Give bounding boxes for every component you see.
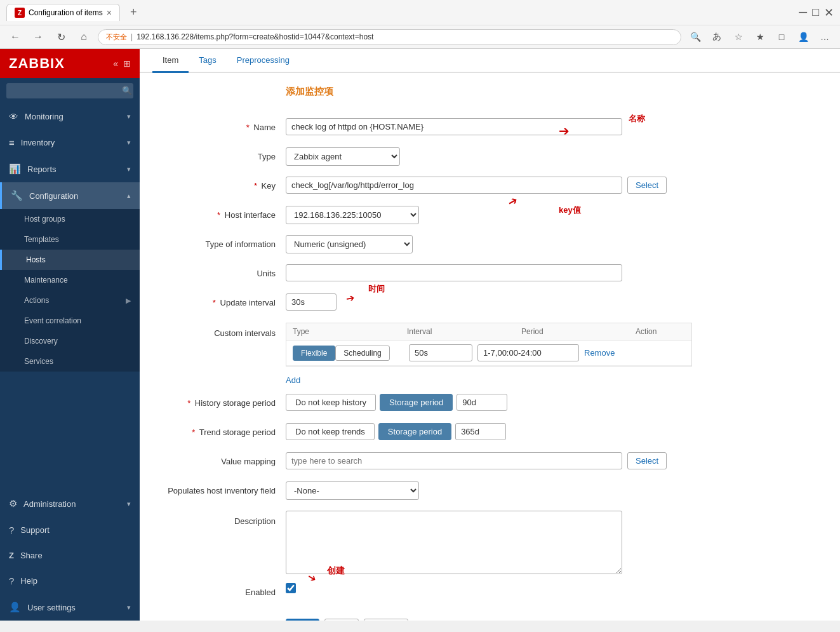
add-interval-button[interactable]: Add <box>286 375 300 385</box>
description-textarea[interactable] <box>286 511 622 574</box>
sidebar-item-actions[interactable]: Actions ▶ <box>0 290 140 311</box>
address-separator: | <box>131 32 133 41</box>
tab-tags[interactable]: Tags <box>189 49 226 73</box>
settings-menu-button[interactable]: … <box>816 28 834 46</box>
sidebar-item-reports[interactable]: 📊 Reports ▾ <box>0 156 140 182</box>
interval-value-input[interactable] <box>409 344 472 361</box>
trend-storage-controls: Do not keep trends Storage period <box>286 423 506 440</box>
refresh-button[interactable]: ↻ <box>52 28 70 46</box>
scheduling-button[interactable]: Scheduling <box>335 346 389 361</box>
test-button[interactable]: Test <box>324 619 359 621</box>
expand-icon[interactable]: ⊞ <box>123 58 131 69</box>
collapse-icon[interactable]: « <box>113 58 118 69</box>
minimize-button[interactable]: ─ <box>799 6 807 19</box>
tab-item[interactable]: Item <box>152 49 189 73</box>
value-mapping-select-button[interactable]: Select <box>627 452 667 469</box>
tab-preprocessing[interactable]: Preprocessing <box>227 49 300 73</box>
sidebar-search-input[interactable] <box>6 83 133 98</box>
arrow-right-icon: ▶ <box>126 297 131 305</box>
address-bar[interactable]: 不安全 | 192.168.136.228/items.php?form=cre… <box>98 29 681 45</box>
search-browser-button[interactable]: 🔍 <box>686 28 704 46</box>
intervals-header: Type Interval Period Action <box>286 323 691 340</box>
cancel-button[interactable]: Cancel <box>364 619 408 621</box>
units-field <box>286 264 821 281</box>
sidebar-item-inventory[interactable]: ≡ Inventory ▾ <box>0 130 140 156</box>
flexible-button[interactable]: Flexible <box>293 346 335 361</box>
browser-tab[interactable]: Z Configuration of items × <box>6 4 120 21</box>
sidebar-item-label: Help <box>20 576 37 586</box>
sidebar-item-host-groups[interactable]: Host groups <box>0 209 140 229</box>
populates-select[interactable]: -None- <box>286 481 419 500</box>
main-content: Item Tags Preprocessing 添加监控项 * Name <box>140 49 840 621</box>
history-storage-controls: Do not keep history Storage period <box>286 394 507 411</box>
sidebar-item-administration[interactable]: ⚙ Administration ▾ <box>0 490 140 517</box>
sidebar-item-hosts[interactable]: Hosts <box>0 250 140 270</box>
sidebar-item-services[interactable]: Services <box>0 351 140 372</box>
history-value-input[interactable] <box>457 394 507 411</box>
sidebar-item-templates[interactable]: Templates <box>0 229 140 250</box>
type-select[interactable]: Zabbix agent <box>286 147 400 166</box>
configuration-icon: 🔧 <box>11 190 23 201</box>
sidebar-item-label: User settings <box>27 603 76 612</box>
required-star: * <box>217 210 220 220</box>
type-of-info-field: Numeric (unsigned) <box>286 235 821 253</box>
new-tab-button[interactable]: + <box>125 6 142 19</box>
sidebar-item-share[interactable]: Z Share <box>0 543 140 568</box>
trend-value-input[interactable] <box>455 423 506 440</box>
value-mapping-input[interactable] <box>286 452 622 469</box>
enabled-checkbox[interactable] <box>286 583 296 593</box>
section-title-field: 添加监控项 <box>286 86 821 109</box>
sidebar-item-configuration[interactable]: 🔧 Configuration ▴ <box>0 182 140 209</box>
sidebar-item-help[interactable]: ? Help <box>0 568 140 594</box>
forward-button[interactable]: → <box>29 28 47 46</box>
sidebar-item-user-settings[interactable]: 👤 User settings ▾ <box>0 594 140 621</box>
trend-storage-period-button[interactable]: Storage period <box>378 423 451 440</box>
type-of-info-select[interactable]: Numeric (unsigned) <box>286 235 413 253</box>
profile-button[interactable]: 👤 <box>794 28 812 46</box>
administration-icon: ⚙ <box>9 498 17 509</box>
history-storage-field: Do not keep history Storage period <box>286 394 821 411</box>
value-mapping-label: Value mapping <box>159 452 286 467</box>
key-row: * Key Select ➔ key值 <box>159 177 821 197</box>
remove-interval-button[interactable]: Remove <box>584 348 615 358</box>
maximize-button[interactable]: □ <box>812 6 819 19</box>
inventory-icon: ≡ <box>9 137 15 148</box>
back-button[interactable]: ← <box>6 28 24 46</box>
close-window-button[interactable]: ✕ <box>824 6 834 20</box>
tab-favicon: Z <box>15 8 25 18</box>
collections-button[interactable]: □ <box>773 28 790 46</box>
add-button[interactable]: Add <box>286 619 319 621</box>
sidebar-item-maintenance[interactable]: Maintenance <box>0 270 140 290</box>
custom-intervals-table: Type Interval Period Action Flexible Sch… <box>286 323 692 366</box>
sidebar-submenu-label: Maintenance <box>24 276 68 285</box>
sidebar-item-event-correlation[interactable]: Event correlation <box>0 311 140 331</box>
trend-storage-field: Do not keep trends Storage period <box>286 423 821 440</box>
tab-close-button[interactable]: × <box>107 8 112 17</box>
populates-row: Populates host inventory field -None- <box>159 481 821 502</box>
sidebar-item-label: Monitoring <box>25 112 63 121</box>
key-select-button[interactable]: Select <box>627 177 667 194</box>
share-icon: Z <box>9 551 14 560</box>
favorites-button[interactable]: ☆ <box>730 28 747 46</box>
name-input[interactable] <box>286 118 622 135</box>
history-no-keep-button[interactable]: Do not keep history <box>286 394 376 411</box>
home-button[interactable]: ⌂ <box>75 28 93 46</box>
host-interface-select[interactable]: 192.168.136.225:10050 <box>286 206 419 224</box>
type-of-info-row: Type of information Numeric (unsigned) <box>159 235 821 255</box>
update-interval-input[interactable] <box>286 293 337 311</box>
units-input[interactable] <box>286 264 622 281</box>
key-label: * Key <box>159 177 286 192</box>
sidebar-item-monitoring[interactable]: 👁 Monitoring ▾ <box>0 104 140 130</box>
bookmark-button[interactable]: ★ <box>751 28 769 46</box>
sidebar-logo: ZABBIX « ⊞ <box>0 49 140 78</box>
history-storage-period-button[interactable]: Storage period <box>380 394 453 411</box>
trend-no-keep-button[interactable]: Do not keep trends <box>286 423 375 440</box>
sidebar-submenu-label: Discovery <box>24 337 58 346</box>
period-value-input[interactable] <box>477 344 579 361</box>
page-tabs: Item Tags Preprocessing <box>140 49 840 73</box>
sidebar-item-support[interactable]: ? Support <box>0 517 140 543</box>
key-input[interactable] <box>286 177 622 194</box>
sidebar-item-discovery[interactable]: Discovery <box>0 331 140 351</box>
chevron-down-icon: ▾ <box>127 603 131 612</box>
read-aloud-button[interactable]: あ <box>708 28 726 46</box>
